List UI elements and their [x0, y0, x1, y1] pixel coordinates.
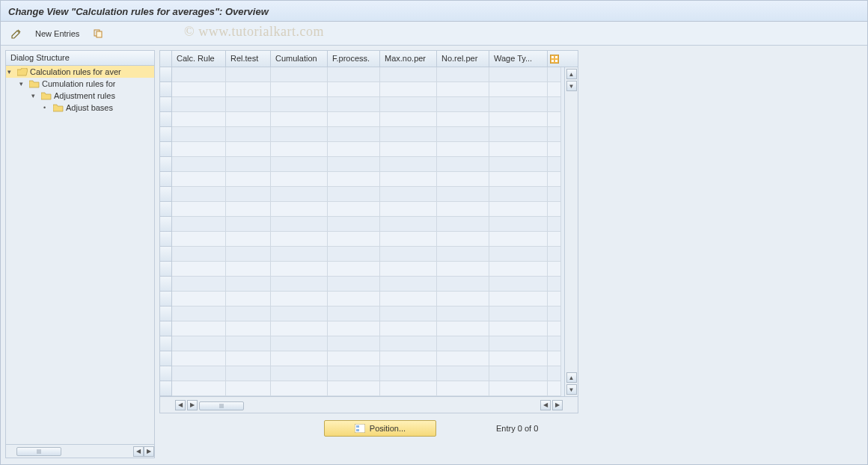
grid-cell[interactable]: [437, 172, 489, 187]
table-row[interactable]: [160, 142, 564, 157]
grid-cell[interactable]: [380, 142, 437, 157]
grid-cell[interactable]: [172, 351, 226, 366]
row-handle[interactable]: [160, 67, 172, 82]
grid-cell[interactable]: [271, 232, 328, 247]
grid-cell[interactable]: [489, 82, 548, 97]
scroll-down-icon[interactable]: ▼: [566, 81, 577, 91]
grid-cell[interactable]: [489, 187, 548, 202]
grid-cell[interactable]: [489, 67, 548, 82]
grid-horizontal-scrollbar[interactable]: ◀ ▶ ◀ ▶: [160, 396, 578, 413]
tree-item-adjustment-rules[interactable]: ▾ Adjustment rules: [6, 90, 154, 102]
grid-cell[interactable]: [271, 366, 328, 381]
table-row[interactable]: [160, 307, 564, 321]
grid-cell[interactable]: [226, 97, 271, 112]
scroll-right-icon[interactable]: ▶: [187, 400, 198, 410]
grid-cell[interactable]: [489, 277, 548, 292]
grid-cell[interactable]: [380, 366, 437, 381]
row-handle[interactable]: [160, 172, 172, 187]
table-row[interactable]: [160, 321, 564, 336]
grid-cell[interactable]: [437, 97, 489, 112]
row-handle[interactable]: [160, 202, 172, 217]
grid-cell[interactable]: [328, 307, 380, 321]
grid-cell[interactable]: [172, 277, 226, 292]
grid-cell[interactable]: [226, 351, 271, 366]
grid-cell[interactable]: [437, 366, 489, 381]
grid-cell[interactable]: [172, 112, 226, 127]
grid-cell[interactable]: [489, 351, 548, 366]
row-handle[interactable]: [160, 366, 172, 381]
grid-cell[interactable]: [328, 82, 380, 97]
scroll-up-icon[interactable]: ▲: [566, 372, 577, 383]
tree-toggle-icon[interactable]: ▾: [7, 68, 15, 76]
grid-cell[interactable]: [380, 187, 437, 202]
tree-item-calculation-rules[interactable]: ▾ Calculation rules for aver: [6, 66, 154, 78]
grid-cell[interactable]: [489, 172, 548, 187]
grid-cell[interactable]: [271, 307, 328, 321]
grid-cell[interactable]: [380, 202, 437, 217]
row-handle[interactable]: [160, 321, 172, 336]
grid-cell[interactable]: [380, 277, 437, 292]
grid-cell[interactable]: [271, 172, 328, 187]
grid-cell[interactable]: [172, 82, 226, 97]
grid-cell[interactable]: [226, 321, 271, 336]
table-row[interactable]: [160, 172, 564, 187]
grid-cell[interactable]: [380, 292, 437, 307]
grid-cell[interactable]: [172, 321, 226, 336]
grid-cell[interactable]: [271, 381, 328, 396]
grid-cell[interactable]: [172, 292, 226, 307]
grid-cell[interactable]: [437, 157, 489, 172]
grid-cell[interactable]: [380, 112, 437, 127]
scroll-thumb[interactable]: [16, 447, 61, 456]
table-row[interactable]: [160, 247, 564, 262]
grid-cell[interactable]: [172, 336, 226, 351]
grid-cell[interactable]: [271, 202, 328, 217]
table-row[interactable]: [160, 381, 564, 396]
row-handle[interactable]: [160, 351, 172, 366]
grid-cell[interactable]: [437, 277, 489, 292]
position-button[interactable]: Position...: [324, 420, 436, 437]
row-handle[interactable]: [160, 277, 172, 292]
table-row[interactable]: [160, 67, 564, 82]
grid-cell[interactable]: [328, 187, 380, 202]
grid-cell[interactable]: [380, 381, 437, 396]
scroll-thumb[interactable]: [199, 401, 244, 410]
grid-cell[interactable]: [380, 157, 437, 172]
grid-cell[interactable]: [271, 142, 328, 157]
row-handle[interactable]: [160, 307, 172, 321]
grid-cell[interactable]: [172, 172, 226, 187]
grid-cell[interactable]: [271, 157, 328, 172]
grid-cell[interactable]: [271, 277, 328, 292]
grid-cell[interactable]: [328, 217, 380, 232]
grid-cell[interactable]: [380, 336, 437, 351]
grid-cell[interactable]: [489, 232, 548, 247]
grid-cell[interactable]: [380, 321, 437, 336]
grid-cell[interactable]: [328, 157, 380, 172]
grid-cell[interactable]: [172, 127, 226, 142]
grid-cell[interactable]: [271, 82, 328, 97]
grid-cell[interactable]: [437, 351, 489, 366]
grid-cell[interactable]: [328, 67, 380, 82]
grid-cell[interactable]: [271, 351, 328, 366]
tree-toggle-icon[interactable]: ▾: [19, 80, 27, 87]
grid-cell[interactable]: [489, 97, 548, 112]
grid-cell[interactable]: [172, 187, 226, 202]
grid-cell[interactable]: [172, 366, 226, 381]
table-row[interactable]: [160, 292, 564, 307]
grid-cell[interactable]: [489, 307, 548, 321]
grid-cell[interactable]: [271, 112, 328, 127]
tree-toggle-icon[interactable]: ▾: [31, 92, 39, 99]
grid-cell[interactable]: [489, 217, 548, 232]
table-row[interactable]: [160, 232, 564, 247]
grid-cell[interactable]: [328, 277, 380, 292]
grid-cell[interactable]: [172, 247, 226, 262]
row-handle[interactable]: [160, 157, 172, 172]
grid-cell[interactable]: [489, 202, 548, 217]
row-handle[interactable]: [160, 247, 172, 262]
grid-cell[interactable]: [271, 321, 328, 336]
grid-cell[interactable]: [380, 262, 437, 277]
grid-cell[interactable]: [271, 262, 328, 277]
grid-cell[interactable]: [328, 321, 380, 336]
table-row[interactable]: [160, 351, 564, 366]
grid-cell[interactable]: [437, 262, 489, 277]
grid-cell[interactable]: [489, 262, 548, 277]
